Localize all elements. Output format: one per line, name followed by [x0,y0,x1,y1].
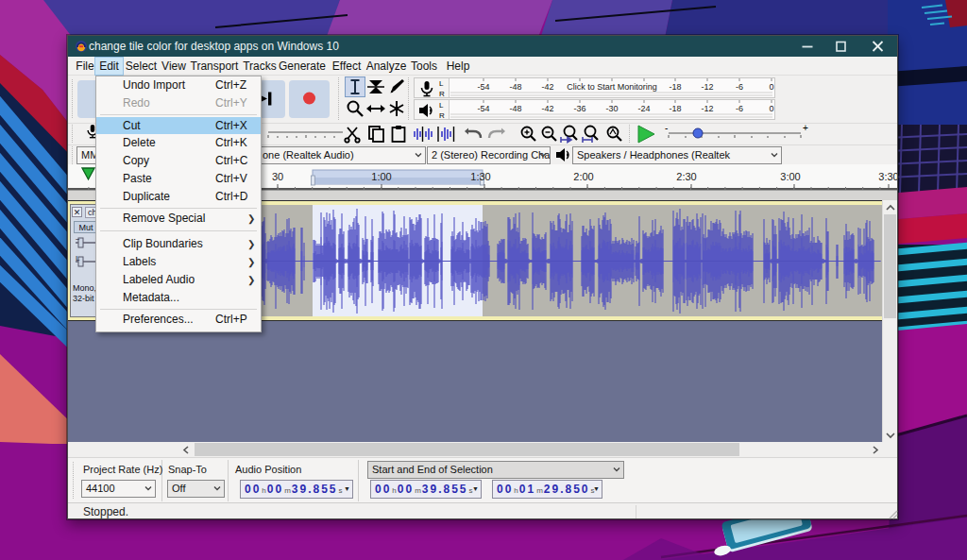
svg-text:-6: -6 [736,82,743,92]
svg-text:-6: -6 [736,104,743,113]
svg-text:2:00: 2:00 [573,171,593,182]
svg-text:Click to Start Monitoring: Click to Start Monitoring [567,82,657,92]
svg-text:-54: -54 [477,82,489,92]
svg-text:−: − [76,236,80,244]
svg-text:-48: -48 [509,82,521,92]
svg-text:-18: -18 [669,104,681,113]
svg-text:1:00: 1:00 [371,171,391,182]
svg-text:-18: -18 [669,82,681,92]
svg-text:-48: -48 [509,104,521,113]
svg-text:2:30: 2:30 [676,171,696,182]
svg-text:0: 0 [769,104,773,113]
svg-text:-54: -54 [477,104,489,113]
svg-text:-30: -30 [605,104,618,113]
svg-text:-36: -36 [573,104,585,113]
svg-text:+: + [803,124,808,133]
svg-text:-12: -12 [701,104,713,113]
svg-text:L: L [76,255,80,263]
svg-text:-12: -12 [701,82,713,92]
svg-text:1:30: 1:30 [470,171,490,182]
svg-text:-42: -42 [541,82,553,92]
svg-text:-42: -42 [541,104,553,113]
svg-text:3:00: 3:00 [780,171,800,182]
svg-text:-24: -24 [637,104,650,113]
svg-text:-: - [665,124,668,133]
svg-text:3:30: 3:30 [878,171,897,182]
svg-text:30: 30 [272,171,283,182]
svg-text:0: 0 [769,82,773,92]
